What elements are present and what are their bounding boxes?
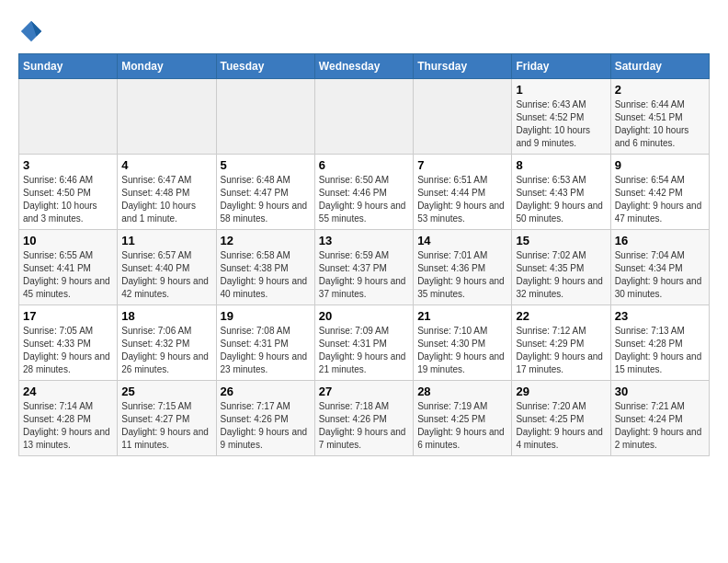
day-cell: 24Sunrise: 7:14 AM Sunset: 4:28 PM Dayli… <box>19 381 118 456</box>
day-cell: 25Sunrise: 7:15 AM Sunset: 4:27 PM Dayli… <box>118 381 216 456</box>
day-info: Sunrise: 7:01 AM Sunset: 4:36 PM Dayligh… <box>417 249 507 301</box>
day-number: 23 <box>615 309 705 323</box>
day-info: Sunrise: 7:13 AM Sunset: 4:28 PM Dayligh… <box>615 325 705 376</box>
day-number: 28 <box>417 385 507 398</box>
day-number: 8 <box>516 158 606 172</box>
day-cell: 12Sunrise: 6:58 AM Sunset: 4:38 PM Dayli… <box>216 230 314 305</box>
page-header <box>18 18 710 44</box>
day-cell: 28Sunrise: 7:19 AM Sunset: 4:25 PM Dayli… <box>414 381 512 456</box>
day-number: 14 <box>417 234 507 247</box>
day-number: 10 <box>23 234 113 247</box>
day-info: Sunrise: 6:51 AM Sunset: 4:44 PM Dayligh… <box>417 174 507 225</box>
day-number: 20 <box>319 309 409 323</box>
day-cell: 23Sunrise: 7:13 AM Sunset: 4:28 PM Dayli… <box>610 305 709 381</box>
day-number: 26 <box>221 385 311 398</box>
day-cell: 11Sunrise: 6:57 AM Sunset: 4:40 PM Dayli… <box>118 230 216 305</box>
day-info: Sunrise: 6:59 AM Sunset: 4:37 PM Dayligh… <box>319 249 409 301</box>
day-info: Sunrise: 6:54 AM Sunset: 4:42 PM Dayligh… <box>615 174 705 225</box>
week-row-4: 17Sunrise: 7:05 AM Sunset: 4:33 PM Dayli… <box>19 305 710 381</box>
weekday-header-friday: Friday <box>512 54 610 79</box>
day-cell: 5Sunrise: 6:48 AM Sunset: 4:47 PM Daylig… <box>216 155 314 230</box>
day-cell: 30Sunrise: 7:21 AM Sunset: 4:24 PM Dayli… <box>610 381 709 456</box>
day-info: Sunrise: 7:20 AM Sunset: 4:25 PM Dayligh… <box>516 400 606 452</box>
week-row-3: 10Sunrise: 6:55 AM Sunset: 4:41 PM Dayli… <box>19 230 710 305</box>
day-info: Sunrise: 6:46 AM Sunset: 4:50 PM Dayligh… <box>23 174 113 225</box>
day-number: 24 <box>23 385 113 398</box>
day-info: Sunrise: 6:57 AM Sunset: 4:40 PM Dayligh… <box>121 249 211 301</box>
weekday-header-wednesday: Wednesday <box>314 54 413 79</box>
day-number: 15 <box>516 234 606 247</box>
day-number: 4 <box>121 158 211 172</box>
day-number: 21 <box>417 309 507 323</box>
day-info: Sunrise: 6:53 AM Sunset: 4:43 PM Dayligh… <box>516 174 606 225</box>
day-number: 17 <box>23 309 113 323</box>
day-cell: 1Sunrise: 6:43 AM Sunset: 4:52 PM Daylig… <box>512 79 610 155</box>
day-info: Sunrise: 7:19 AM Sunset: 4:25 PM Dayligh… <box>417 400 507 452</box>
day-number: 13 <box>319 234 409 247</box>
day-info: Sunrise: 6:43 AM Sunset: 4:52 PM Dayligh… <box>516 98 606 150</box>
day-info: Sunrise: 7:02 AM Sunset: 4:35 PM Dayligh… <box>516 249 606 301</box>
day-cell: 16Sunrise: 7:04 AM Sunset: 4:34 PM Dayli… <box>610 230 709 305</box>
day-info: Sunrise: 7:05 AM Sunset: 4:33 PM Dayligh… <box>23 325 113 376</box>
day-cell: 9Sunrise: 6:54 AM Sunset: 4:42 PM Daylig… <box>610 155 709 230</box>
day-info: Sunrise: 6:55 AM Sunset: 4:41 PM Dayligh… <box>23 249 113 301</box>
week-row-5: 24Sunrise: 7:14 AM Sunset: 4:28 PM Dayli… <box>19 381 710 456</box>
day-number: 7 <box>417 158 507 172</box>
day-number: 27 <box>319 385 409 398</box>
day-info: Sunrise: 7:21 AM Sunset: 4:24 PM Dayligh… <box>615 400 705 452</box>
day-number: 19 <box>221 309 311 323</box>
day-info: Sunrise: 7:18 AM Sunset: 4:26 PM Dayligh… <box>319 400 409 452</box>
day-cell: 14Sunrise: 7:01 AM Sunset: 4:36 PM Dayli… <box>414 230 512 305</box>
day-number: 1 <box>516 83 606 97</box>
weekday-header-saturday: Saturday <box>610 54 709 79</box>
logo <box>18 18 48 44</box>
day-cell: 4Sunrise: 6:47 AM Sunset: 4:48 PM Daylig… <box>118 155 216 230</box>
day-info: Sunrise: 7:17 AM Sunset: 4:26 PM Dayligh… <box>221 400 311 452</box>
day-number: 22 <box>516 309 606 323</box>
day-number: 9 <box>615 158 705 172</box>
day-cell: 20Sunrise: 7:09 AM Sunset: 4:31 PM Dayli… <box>314 305 413 381</box>
day-cell: 10Sunrise: 6:55 AM Sunset: 4:41 PM Dayli… <box>19 230 118 305</box>
day-cell: 29Sunrise: 7:20 AM Sunset: 4:25 PM Dayli… <box>512 381 610 456</box>
day-info: Sunrise: 7:04 AM Sunset: 4:34 PM Dayligh… <box>615 249 705 301</box>
day-cell: 21Sunrise: 7:10 AM Sunset: 4:30 PM Dayli… <box>414 305 512 381</box>
weekday-header-tuesday: Tuesday <box>216 54 314 79</box>
day-info: Sunrise: 7:15 AM Sunset: 4:27 PM Dayligh… <box>121 400 211 452</box>
day-cell <box>216 79 314 155</box>
day-cell: 3Sunrise: 6:46 AM Sunset: 4:50 PM Daylig… <box>19 155 118 230</box>
day-number: 16 <box>615 234 705 247</box>
day-number: 3 <box>23 158 113 172</box>
day-cell: 17Sunrise: 7:05 AM Sunset: 4:33 PM Dayli… <box>19 305 118 381</box>
day-number: 18 <box>121 309 211 323</box>
day-cell: 7Sunrise: 6:51 AM Sunset: 4:44 PM Daylig… <box>414 155 512 230</box>
day-number: 5 <box>221 158 311 172</box>
day-cell: 6Sunrise: 6:50 AM Sunset: 4:46 PM Daylig… <box>314 155 413 230</box>
day-info: Sunrise: 7:09 AM Sunset: 4:31 PM Dayligh… <box>319 325 409 376</box>
calendar-table: SundayMondayTuesdayWednesdayThursdayFrid… <box>18 53 710 456</box>
day-number: 29 <box>516 385 606 398</box>
day-cell: 18Sunrise: 7:06 AM Sunset: 4:32 PM Dayli… <box>118 305 216 381</box>
day-cell <box>314 79 413 155</box>
week-row-1: 1Sunrise: 6:43 AM Sunset: 4:52 PM Daylig… <box>19 79 710 155</box>
day-info: Sunrise: 6:50 AM Sunset: 4:46 PM Dayligh… <box>319 174 409 225</box>
day-info: Sunrise: 7:06 AM Sunset: 4:32 PM Dayligh… <box>121 325 211 376</box>
day-info: Sunrise: 7:08 AM Sunset: 4:31 PM Dayligh… <box>221 325 311 376</box>
day-number: 30 <box>615 385 705 398</box>
day-info: Sunrise: 7:10 AM Sunset: 4:30 PM Dayligh… <box>417 325 507 376</box>
day-number: 6 <box>319 158 409 172</box>
week-row-2: 3Sunrise: 6:46 AM Sunset: 4:50 PM Daylig… <box>19 155 710 230</box>
generalblue-logo-icon <box>18 18 44 44</box>
day-number: 11 <box>121 234 211 247</box>
day-number: 12 <box>221 234 311 247</box>
day-info: Sunrise: 6:47 AM Sunset: 4:48 PM Dayligh… <box>121 174 211 225</box>
day-info: Sunrise: 7:14 AM Sunset: 4:28 PM Dayligh… <box>23 400 113 452</box>
day-cell <box>414 79 512 155</box>
day-cell: 27Sunrise: 7:18 AM Sunset: 4:26 PM Dayli… <box>314 381 413 456</box>
day-cell: 26Sunrise: 7:17 AM Sunset: 4:26 PM Dayli… <box>216 381 314 456</box>
day-info: Sunrise: 6:44 AM Sunset: 4:51 PM Dayligh… <box>615 98 705 150</box>
day-cell: 8Sunrise: 6:53 AM Sunset: 4:43 PM Daylig… <box>512 155 610 230</box>
day-cell: 2Sunrise: 6:44 AM Sunset: 4:51 PM Daylig… <box>610 79 709 155</box>
day-number: 2 <box>615 83 705 97</box>
day-number: 25 <box>121 385 211 398</box>
day-cell <box>19 79 118 155</box>
